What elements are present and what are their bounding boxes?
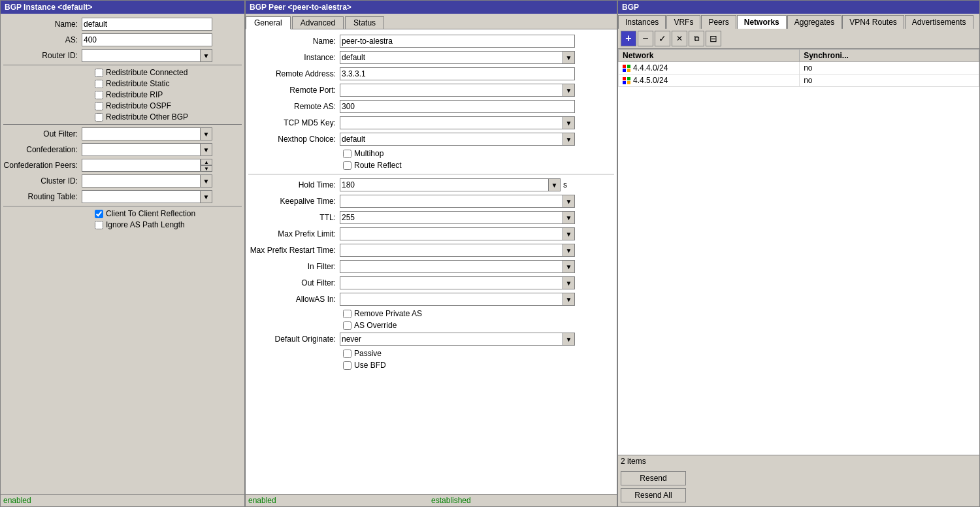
table-row[interactable]: 4.4.5.0/24no [619, 74, 979, 87]
tab-vpn4-routes[interactable]: VPN4 Routes [842, 15, 904, 29]
peer-allowas-in-dropdown-btn[interactable]: ▼ [563, 293, 575, 306]
tab-advanced[interactable]: Advanced [292, 16, 344, 29]
peer-default-originate-dropdown-btn[interactable]: ▼ [563, 333, 575, 346]
use-bfd-checkbox[interactable] [343, 361, 351, 370]
bgp-peer-title: BGP Peer <peer-to-alestra> [246, 1, 617, 14]
peer-allowas-in-input[interactable] [340, 293, 563, 306]
confederation-peers-input[interactable] [82, 159, 201, 172]
tab-aggregates[interactable]: Aggregates [787, 15, 841, 29]
cluster-id-dropdown-btn[interactable]: ▼ [201, 174, 212, 188]
add-btn[interactable]: + [621, 31, 636, 46]
routing-table-input[interactable] [82, 190, 201, 203]
peer-name-input[interactable] [340, 35, 575, 48]
multihop-checkbox[interactable] [343, 150, 351, 158]
peer-keepalive-input[interactable] [340, 195, 563, 208]
peer-in-filter-dropdown-btn[interactable]: ▼ [563, 260, 575, 273]
redist-ospf-row: Redistribute OSPF [3, 101, 242, 110]
client-reflect-checkbox[interactable] [95, 210, 103, 218]
routing-table-label: Routing Table: [3, 192, 82, 201]
redist-static-checkbox[interactable] [95, 80, 103, 88]
redist-ospf-checkbox[interactable] [95, 102, 103, 110]
resend-btn[interactable]: Resend [621, 471, 686, 485]
remove-private-as-checkbox[interactable] [343, 310, 351, 318]
redist-connected-label: Redistribute Connected [106, 68, 188, 77]
multihop-label: Multihop [354, 149, 384, 158]
peer-default-originate-label: Default Originate: [248, 335, 340, 344]
network-icon [623, 77, 630, 85]
peer-remote-port-dropdown-btn[interactable]: ▼ [563, 84, 575, 97]
out-filter-input[interactable] [82, 127, 201, 140]
peer-max-prefix-restart-label: Max Prefix Restart Time: [248, 246, 340, 255]
bgp-instance-panel: BGP Instance <default> Name: AS: Router … [0, 0, 245, 507]
peer-keepalive-dropdown-btn[interactable]: ▼ [563, 195, 575, 208]
remove-private-as-row: Remove Private AS [248, 309, 614, 318]
tab-status[interactable]: Status [345, 16, 384, 29]
routing-table-dropdown-btn[interactable]: ▼ [201, 190, 212, 203]
tab-networks[interactable]: Networks [737, 15, 787, 29]
peer-max-prefix-input[interactable] [340, 227, 563, 240]
route-reflect-label: Route Reflect [354, 161, 402, 170]
redist-static-label: Redistribute Static [106, 79, 169, 88]
tab-general[interactable]: General [246, 16, 291, 29]
peer-instance-input[interactable] [340, 51, 563, 64]
out-filter-dropdown-btn[interactable]: ▼ [201, 127, 212, 140]
peer-instance-dropdown-btn[interactable]: ▼ [563, 51, 575, 64]
peer-max-prefix-restart-input[interactable] [340, 244, 563, 257]
redist-other-bgp-row: Redistribute Other BGP [3, 112, 242, 122]
left-status-text: enabled [3, 496, 31, 505]
as-label: AS: [3, 35, 82, 44]
bgp-instance-title: BGP Instance <default> [1, 1, 244, 14]
route-reflect-row: Route Reflect [248, 161, 614, 170]
peer-max-prefix-restart-dropdown-btn[interactable]: ▼ [563, 244, 575, 257]
copy-btn[interactable]: ⧉ [689, 31, 704, 46]
peer-out-filter-dropdown-btn[interactable]: ▼ [563, 276, 575, 289]
peer-max-prefix-dropdown-btn[interactable]: ▼ [563, 227, 575, 240]
peer-instance-label: Instance: [248, 53, 340, 62]
confederation-peers-up-btn[interactable]: ▲ [201, 159, 212, 165]
table-row[interactable]: 4.4.4.0/24no [619, 62, 979, 74]
confederation-dropdown-btn[interactable]: ▼ [201, 143, 212, 156]
passive-checkbox[interactable] [343, 350, 351, 358]
peer-ttl-input[interactable] [340, 211, 563, 224]
redist-other-bgp-checkbox[interactable] [95, 113, 103, 122]
cluster-id-input[interactable] [82, 174, 201, 188]
resend-all-btn[interactable]: Resend All [621, 488, 686, 502]
as-input[interactable] [82, 33, 212, 46]
redist-static-row: Redistribute Static [3, 79, 242, 88]
peer-hold-time-dropdown-btn[interactable]: ▼ [549, 178, 561, 191]
router-id-input[interactable] [82, 49, 201, 62]
as-override-checkbox[interactable] [343, 321, 351, 330]
tab-advertisements[interactable]: Advertisements [905, 15, 973, 29]
redist-rip-checkbox[interactable] [95, 91, 103, 99]
peer-ttl-dropdown-btn[interactable]: ▼ [563, 211, 575, 224]
remove-btn[interactable]: − [638, 31, 653, 46]
router-id-dropdown-btn[interactable]: ▼ [201, 49, 212, 62]
tab-instances[interactable]: Instances [618, 15, 666, 29]
tab-vrfs[interactable]: VRFs [666, 15, 700, 29]
filter-btn[interactable]: ⊟ [706, 31, 721, 46]
peer-nexthop-dropdown-btn[interactable]: ▼ [563, 133, 575, 146]
check-btn[interactable]: ✓ [655, 31, 670, 46]
x-btn[interactable]: ✕ [672, 31, 687, 46]
route-reflect-checkbox[interactable] [343, 161, 351, 170]
peer-remote-addr-input[interactable] [340, 67, 575, 80]
confederation-input[interactable] [82, 143, 201, 156]
peer-nexthop-input[interactable] [340, 133, 563, 146]
ignore-as-path-checkbox[interactable] [95, 221, 103, 229]
peer-tcp-md5-input[interactable] [340, 116, 563, 129]
peer-remote-as-label: Remote AS: [248, 102, 340, 111]
redist-rip-row: Redistribute RIP [3, 90, 242, 99]
confederation-peers-down-btn[interactable]: ▼ [201, 165, 212, 172]
peer-ttl-label: TTL: [248, 213, 340, 222]
peer-default-originate-input[interactable] [340, 333, 563, 346]
peer-tcp-md5-dropdown-btn[interactable]: ▼ [563, 116, 575, 129]
bgp-footer: 2 items [618, 455, 979, 467]
tab-peers[interactable]: Peers [701, 15, 736, 29]
peer-hold-time-input[interactable] [340, 178, 549, 191]
redist-connected-checkbox[interactable] [95, 69, 103, 77]
peer-in-filter-input[interactable] [340, 260, 563, 273]
name-input[interactable] [82, 18, 212, 31]
peer-remote-as-input[interactable] [340, 100, 575, 113]
peer-out-filter-input[interactable] [340, 276, 563, 289]
peer-remote-port-input[interactable] [340, 84, 563, 97]
